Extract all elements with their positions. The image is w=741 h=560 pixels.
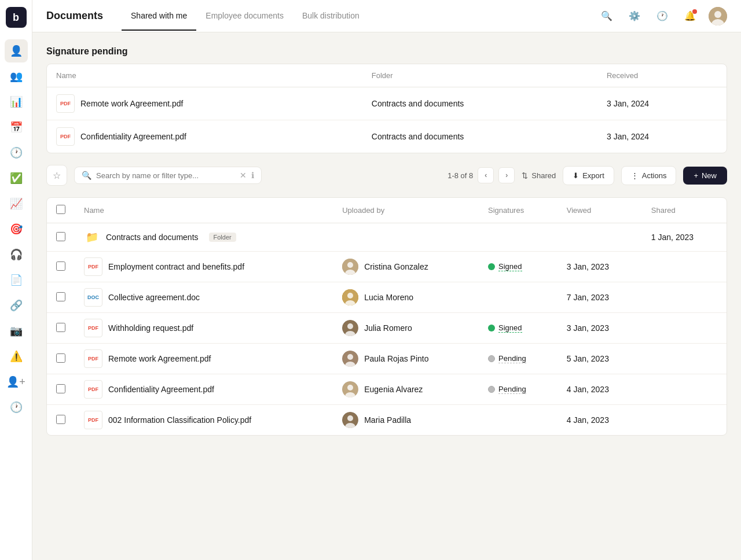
- signatures-cell: [479, 282, 557, 313]
- uploader-name: Julia Romero: [364, 323, 412, 333]
- topbar-actions: 🔍 ⚙️ 🕐 🔔: [597, 7, 727, 25]
- sidebar-item-group[interactable]: 👥: [5, 65, 28, 88]
- sidebar-item-document[interactable]: 📄: [5, 268, 28, 292]
- folder-name: Contracts and documents: [106, 233, 199, 242]
- row-checkbox[interactable]: [56, 384, 65, 393]
- shared-filter[interactable]: ⇅ Shared: [522, 171, 556, 180]
- sidebar-item-integrations[interactable]: 🔗: [5, 294, 28, 317]
- row-checkbox[interactable]: [56, 353, 65, 363]
- file-name: Confidentiality Agreement.pdf: [108, 385, 214, 394]
- sidebar-item-alert[interactable]: ⚠️: [5, 345, 28, 368]
- viewed-cell: 3 Jan, 2023: [557, 252, 642, 282]
- svg-point-7: [347, 293, 353, 299]
- sidebar-item-check[interactable]: ✅: [5, 167, 28, 190]
- row-checkbox[interactable]: [56, 261, 65, 271]
- search-icon: 🔍: [82, 171, 91, 180]
- search-icon[interactable]: 🔍: [597, 7, 616, 25]
- search-box: 🔍 ✕ ℹ: [74, 167, 262, 184]
- clear-icon[interactable]: ✕: [240, 171, 247, 180]
- uploader-avatar: [342, 320, 358, 336]
- next-page-button[interactable]: ›: [498, 167, 515, 183]
- table-row[interactable]: PDF Remote work Agreement.pdf Contracts …: [47, 87, 727, 120]
- export-button[interactable]: ⬇ Export: [563, 166, 614, 185]
- sig-dot-signed: [488, 325, 495, 331]
- sidebar-item-target[interactable]: 🎯: [5, 218, 28, 241]
- uploader-name: Cristina Gonzalez: [364, 262, 428, 271]
- uploader-avatar: [342, 351, 358, 367]
- svg-point-4: [347, 262, 353, 268]
- docs-col-signatures: Signatures: [479, 198, 557, 223]
- pdf-icon: PDF: [84, 411, 102, 429]
- shared-cell: [642, 405, 727, 436]
- docs-col-shared: Shared: [642, 198, 727, 223]
- sidebar: b 👤 👥 📊 📅 🕐 ✅ 📈 🎯 🎧 📄 🔗 📷 ⚠️ 👤+ 🕐: [0, 0, 32, 560]
- sidebar-item-calendar[interactable]: 📅: [5, 116, 28, 139]
- sidebar-item-chart[interactable]: 📊: [5, 90, 28, 113]
- docs-col-uploader: Uploaded by: [333, 198, 479, 223]
- search-input[interactable]: [96, 171, 235, 180]
- sig-dot-pending: [488, 386, 495, 393]
- table-row[interactable]: PDF Remote work Agreement.pdf Paula Roja…: [47, 344, 727, 374]
- clock-icon[interactable]: 🕐: [653, 7, 672, 25]
- tab-employee-documents[interactable]: Employee documents: [196, 2, 293, 31]
- documents-card: Name Uploaded by Signatures Viewed Share…: [46, 197, 727, 436]
- signature-badge: Pending: [488, 385, 526, 394]
- tab-bulk-distribution[interactable]: Bulk distribution: [293, 2, 369, 31]
- sidebar-item-analytics[interactable]: 📈: [5, 192, 28, 215]
- folder-badge: Folder: [209, 233, 236, 242]
- info-icon[interactable]: ℹ: [251, 171, 254, 180]
- pending-col-folder: Folder: [362, 64, 597, 87]
- export-label: Export: [582, 171, 604, 180]
- viewed-cell: [557, 223, 642, 252]
- table-row[interactable]: PDF 002 Information Classification Polic…: [47, 405, 727, 436]
- pagination-label: 1-8 of 8: [447, 171, 473, 180]
- uploader-avatar: [342, 289, 358, 305]
- folder-cell: Contracts and documents: [362, 87, 597, 120]
- star-button[interactable]: ☆: [46, 165, 67, 186]
- new-button[interactable]: + New: [683, 167, 727, 185]
- sidebar-item-camera[interactable]: 📷: [5, 319, 28, 342]
- sig-dot-pending: [488, 355, 495, 362]
- actions-button[interactable]: ⋮ Actions: [621, 166, 677, 185]
- select-all-checkbox[interactable]: [56, 205, 65, 214]
- uploader-name: Eugenia Alvarez: [364, 385, 423, 394]
- table-row[interactable]: PDF Employment contract and benefits.pdf…: [47, 252, 727, 282]
- sidebar-item-headset[interactable]: 🎧: [5, 243, 28, 266]
- shared-cell: [642, 313, 727, 344]
- file-name-cell: PDF Confidentiality Agreement.pdf: [84, 380, 214, 399]
- sidebar-item-history[interactable]: 🕐: [5, 396, 28, 419]
- table-row[interactable]: PDF Confidentiality Agreement.pdf Eugeni…: [47, 374, 727, 405]
- row-checkbox[interactable]: [56, 323, 65, 332]
- table-row[interactable]: 📁 Contracts and documents Folder 1 Jan, …: [47, 223, 727, 252]
- sidebar-item-user-add[interactable]: 👤+: [5, 370, 28, 393]
- notification-bell-icon[interactable]: 🔔: [681, 7, 699, 25]
- export-icon: ⬇: [573, 171, 579, 180]
- prev-page-button[interactable]: ‹: [478, 167, 494, 183]
- shared-filter-icon: ⇅: [522, 171, 528, 180]
- shared-cell: [642, 374, 727, 405]
- sig-label: Signed: [498, 262, 522, 271]
- uploader-cell: Maria Padilla: [342, 412, 469, 428]
- settings-icon[interactable]: ⚙️: [625, 7, 644, 25]
- row-checkbox[interactable]: [56, 292, 65, 301]
- uploader-name: Lucia Moreno: [364, 293, 413, 302]
- table-row[interactable]: DOC Collective agreement.doc Lucia Moren…: [47, 282, 727, 313]
- viewed-cell: 4 Jan, 2023: [557, 374, 642, 405]
- shared-cell: [642, 344, 727, 374]
- app-logo: b: [6, 7, 27, 28]
- uploader-cell: Cristina Gonzalez: [342, 259, 469, 275]
- sidebar-item-clock[interactable]: 🕐: [5, 141, 28, 164]
- viewed-cell: 4 Jan, 2023: [557, 405, 642, 436]
- content: Signature pending Name Folder Received: [32, 32, 741, 560]
- tab-shared-with-me[interactable]: Shared with me: [122, 2, 196, 31]
- avatar[interactable]: [709, 7, 727, 25]
- table-row[interactable]: PDF Withholding request.pdf Julia Romero: [47, 313, 727, 344]
- pending-col-name: Name: [47, 64, 362, 87]
- sidebar-item-person[interactable]: 👤: [5, 39, 28, 62]
- uploader-cell: Eugenia Alvarez: [342, 381, 469, 397]
- signature-pending-section: Signature pending Name Folder Received: [46, 46, 727, 153]
- row-checkbox[interactable]: [56, 232, 65, 241]
- row-checkbox[interactable]: [56, 415, 65, 424]
- table-row[interactable]: PDF Confidentiality Agreement.pdf Contra…: [47, 120, 727, 153]
- signature-badge: Signed: [488, 323, 522, 333]
